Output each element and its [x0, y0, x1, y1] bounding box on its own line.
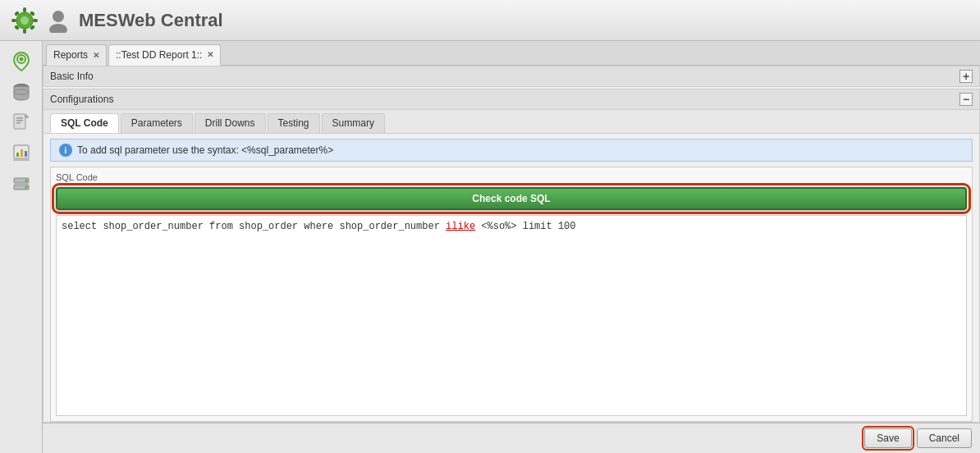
svg-rect-4	[11, 19, 16, 22]
svg-rect-22	[16, 153, 19, 157]
location-icon[interactable]	[8, 48, 34, 74]
main-container: Reports ✕ ::Test DD Report 1:: ✕ Basic I…	[0, 41, 980, 453]
svg-point-1	[21, 16, 29, 25]
inner-tabs: SQL Code Parameters Drill Downs Testing …	[44, 110, 979, 134]
svg-rect-18	[16, 120, 23, 121]
tab-summary[interactable]: Summary	[322, 113, 385, 133]
tab-testing-label: Testing	[278, 117, 309, 129]
tab-sql-code[interactable]: SQL Code	[50, 113, 119, 133]
svg-rect-16	[14, 114, 25, 129]
document-icon[interactable]	[8, 110, 34, 136]
basic-info-label: Basic Info	[50, 71, 94, 82]
svg-rect-19	[16, 122, 21, 124]
sql-text-highlight: ilike	[446, 221, 475, 232]
tab-parameters-label: Parameters	[131, 117, 182, 129]
save-button[interactable]: Save	[864, 428, 911, 448]
tab-parameters[interactable]: Parameters	[121, 113, 193, 133]
svg-rect-17	[16, 117, 23, 119]
info-bar: i To add sql parameter use the syntax: <…	[50, 139, 973, 162]
sql-code-section-label: SQL Code	[56, 172, 98, 182]
info-icon: i	[59, 144, 72, 157]
tab-reports-close[interactable]: ✕	[93, 51, 99, 60]
svg-rect-3	[23, 29, 26, 34]
tab-test-dd-report-label: ::Test DD Report 1::	[116, 49, 202, 61]
check-sql-button[interactable]: Check code SQL	[56, 187, 967, 210]
header: MESWeb Central	[0, 0, 980, 41]
sql-code-display[interactable]: select shop_order_number from shop_order…	[56, 215, 967, 416]
svg-rect-23	[21, 149, 23, 157]
svg-marker-20	[25, 114, 29, 117]
svg-rect-5	[33, 19, 38, 22]
user-icon	[46, 8, 71, 33]
svg-point-10	[53, 11, 64, 22]
svg-rect-2	[23, 7, 26, 12]
sql-code-section: SQL Code Check code SQL select shop_orde…	[50, 167, 973, 422]
app-title: MESWeb Central	[79, 10, 223, 31]
tab-test-dd-report[interactable]: ::Test DD Report 1:: ✕	[108, 44, 221, 66]
configurations-area: SQL Code Parameters Drill Downs Testing …	[43, 110, 980, 423]
svg-point-28	[25, 180, 27, 182]
cancel-button[interactable]: Cancel	[917, 428, 972, 448]
tab-testing[interactable]: Testing	[268, 113, 320, 133]
svg-point-29	[25, 186, 27, 189]
bottom-bar: Save Cancel	[43, 423, 980, 453]
content-area: Reports ✕ ::Test DD Report 1:: ✕ Basic I…	[43, 41, 980, 453]
configurations-label: Configurations	[50, 94, 113, 105]
tab-drill-downs-label: Drill Downs	[205, 117, 255, 129]
tab-drill-downs[interactable]: Drill Downs	[195, 113, 266, 133]
svg-point-13	[19, 57, 23, 62]
server-icon[interactable]	[8, 172, 34, 199]
sql-text-suffix: <%so%> limit 100	[475, 221, 575, 232]
chart-icon[interactable]	[8, 141, 34, 167]
sql-text-prefix: select shop_order_number from shop_order…	[62, 221, 446, 232]
database-icon[interactable]	[8, 79, 34, 105]
svg-rect-24	[25, 151, 27, 157]
tabs-bar: Reports ✕ ::Test DD Report 1:: ✕	[43, 41, 980, 66]
basic-info-toggle[interactable]: +	[959, 70, 973, 83]
basic-info-header[interactable]: Basic Info +	[43, 66, 980, 87]
tab-reports-label: Reports	[53, 49, 88, 61]
tab-test-dd-report-close[interactable]: ✕	[207, 50, 213, 59]
configurations-header[interactable]: Configurations −	[43, 89, 980, 110]
tab-sql-code-label: SQL Code	[61, 117, 108, 129]
configurations-toggle[interactable]: −	[959, 93, 973, 106]
app-logo-icon	[10, 6, 39, 35]
info-message: To add sql parameter use the syntax: <%s…	[77, 144, 333, 156]
tab-reports[interactable]: Reports ✕	[46, 44, 107, 66]
svg-point-11	[49, 24, 67, 33]
sidebar	[0, 41, 43, 453]
tab-summary-label: Summary	[332, 117, 374, 129]
page-content: Basic Info + Configurations − SQL Code P…	[43, 66, 980, 423]
